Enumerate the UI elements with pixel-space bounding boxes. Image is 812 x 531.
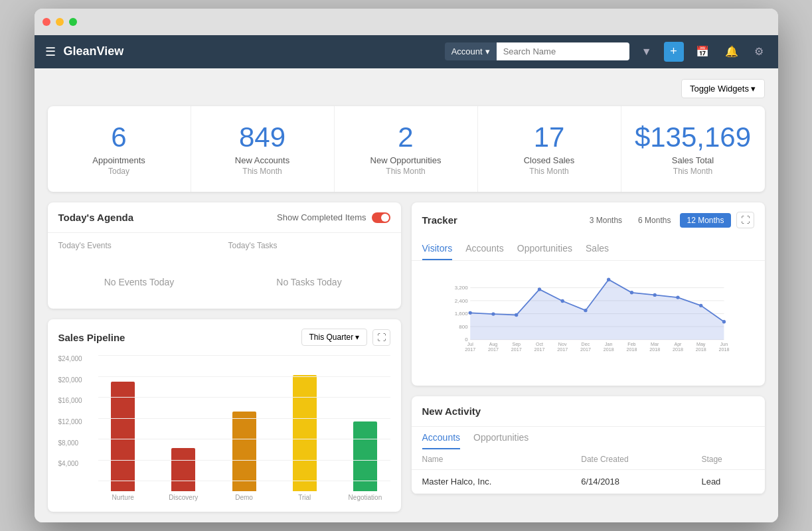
svg-text:Jul: Jul — [467, 342, 473, 347]
time-button[interactable]: 6 Months — [631, 213, 677, 228]
table-header: Date Created — [570, 449, 690, 470]
table-header: Name — [412, 449, 571, 470]
svg-text:1,600: 1,600 — [454, 311, 468, 317]
bar-label: Discovery — [169, 494, 198, 501]
toggle-widgets-label: Toggle Widgets ▾ — [690, 84, 756, 94]
stat-label: New Opportunities — [345, 155, 467, 165]
bar-chart-inner: Nurture Discovery Demo Trial Negotiation — [58, 375, 390, 501]
pipeline-title: Sales Pipeline — [58, 332, 125, 343]
hamburger-icon[interactable]: ☰ — [45, 44, 56, 59]
show-completed-control: Show Completed Items — [277, 212, 390, 223]
bar-chart-area: $24,000$20,000$16,000$12,000$8,000$4,000… — [48, 355, 401, 512]
svg-point-11 — [491, 312, 495, 315]
svg-text:2018: 2018 — [718, 347, 729, 352]
stat-card: 17 Closed Sales This Month — [478, 106, 621, 192]
table-cell: 6/14/2018 — [570, 470, 690, 494]
tracker-title: Tracker — [422, 214, 457, 226]
svg-text:Sep: Sep — [512, 342, 521, 347]
svg-point-17 — [629, 291, 633, 294]
minimize-dot[interactable] — [56, 18, 64, 26]
bar-group[interactable]: Negotiation — [340, 421, 390, 501]
close-dot[interactable] — [42, 18, 50, 26]
tasks-label: Today's Tasks — [228, 241, 390, 250]
pipeline-header: Sales Pipeline This Quarter ▾ ⛶ — [48, 319, 401, 355]
bar[interactable] — [232, 412, 256, 491]
tracker-expand-button[interactable]: ⛶ — [736, 212, 754, 228]
main-content: Toggle Widgets ▾ 6 Appointments Today 84… — [35, 68, 778, 522]
activity-tab[interactable]: Opportunities — [473, 432, 528, 449]
svg-point-21 — [722, 320, 725, 323]
agenda-title: Today's Agenda — [58, 212, 134, 223]
time-button[interactable]: 3 Months — [583, 213, 629, 228]
table-header: Stage — [690, 449, 764, 470]
svg-text:2017: 2017 — [557, 347, 568, 352]
bar-group[interactable]: Nurture — [98, 382, 148, 501]
no-tasks-text: No Tasks Today — [228, 264, 390, 301]
svg-text:Dec: Dec — [581, 342, 590, 347]
maximize-dot[interactable] — [69, 18, 77, 26]
bar-group[interactable]: Discovery — [159, 448, 208, 501]
stat-sub: Today — [58, 167, 180, 176]
bar[interactable] — [293, 375, 317, 491]
bar-label: Demo — [235, 494, 253, 501]
tracker-tab[interactable]: Sales — [586, 243, 609, 260]
svg-text:800: 800 — [459, 324, 468, 330]
tracker-tab[interactable]: Visitors — [422, 243, 453, 260]
filter-icon[interactable]: ▼ — [637, 42, 656, 62]
bar[interactable] — [353, 421, 377, 491]
bar[interactable] — [111, 382, 135, 491]
account-dropdown[interactable]: Account ▾ — [445, 42, 497, 60]
show-completed-toggle[interactable] — [372, 212, 390, 223]
bar-label: Nurture — [112, 494, 133, 501]
app-window: ☰ GleanView Account ▾ ▼ + 📅 🔔 ⚙ Toggle W… — [35, 9, 778, 522]
toggle-widgets-button[interactable]: Toggle Widgets ▾ — [681, 79, 765, 98]
y-axis-label: $12,000 — [58, 418, 82, 425]
activity-tabs: AccountsOpportunities — [412, 427, 765, 449]
y-axis-label: $20,000 — [58, 376, 82, 384]
svg-text:2018: 2018 — [603, 347, 613, 352]
add-button[interactable]: + — [664, 42, 684, 62]
search-input[interactable] — [497, 42, 629, 60]
y-axis-label: $16,000 — [58, 397, 82, 404]
expand-button[interactable]: ⛶ — [372, 329, 390, 346]
svg-point-15 — [584, 309, 587, 312]
quarter-dropdown[interactable]: This Quarter ▾ — [301, 329, 366, 346]
table-cell: Lead — [690, 470, 764, 494]
bar[interactable] — [171, 448, 195, 491]
tracker-tab[interactable]: Accounts — [465, 243, 504, 260]
svg-text:2017: 2017 — [465, 347, 475, 352]
bar-group[interactable]: Demo — [219, 412, 269, 501]
stat-number: 17 — [489, 122, 610, 153]
svg-point-16 — [607, 278, 610, 281]
svg-point-14 — [560, 299, 564, 303]
table-row[interactable]: Master Halco, Inc.6/14/2018Lead — [412, 470, 765, 494]
stat-card: 2 New Opportunities This Month — [335, 106, 478, 192]
svg-point-20 — [699, 304, 702, 307]
calendar-icon[interactable]: 📅 — [692, 41, 713, 62]
bar-chart: $24,000$20,000$16,000$12,000$8,000$4,000… — [58, 355, 390, 501]
svg-point-12 — [515, 313, 518, 317]
svg-text:Oct: Oct — [535, 342, 542, 347]
search-bar: Account ▾ — [445, 42, 629, 60]
svg-text:2017: 2017 — [534, 347, 544, 352]
bar-label: Trial — [298, 494, 311, 501]
svg-text:Jun: Jun — [720, 342, 728, 347]
pipeline-card: Sales Pipeline This Quarter ▾ ⛶ $24,000$… — [48, 319, 401, 512]
svg-text:2017: 2017 — [580, 347, 591, 352]
tracker-tab[interactable]: Opportunities — [517, 243, 572, 260]
svg-text:2017: 2017 — [511, 347, 521, 352]
svg-text:2018: 2018 — [695, 347, 706, 352]
svg-text:Feb: Feb — [627, 342, 635, 347]
y-axis-label: $4,000 — [58, 460, 82, 467]
bell-icon[interactable]: 🔔 — [721, 41, 742, 62]
svg-text:Apr: Apr — [674, 342, 682, 347]
activity-table: NameDate CreatedStage Master Halco, Inc.… — [412, 449, 765, 494]
time-button[interactable]: 12 Months — [680, 213, 730, 228]
tasks-column: Today's Tasks No Tasks Today — [228, 241, 390, 301]
activity-tab[interactable]: Accounts — [422, 432, 461, 449]
tracker-header: Tracker 3 Months6 Months12 Months ⛶ — [412, 202, 765, 238]
stat-label: Closed Sales — [489, 155, 610, 165]
settings-icon[interactable]: ⚙ — [750, 41, 768, 62]
top-bar: Toggle Widgets ▾ — [48, 79, 765, 98]
bar-group[interactable]: Trial — [280, 375, 329, 501]
